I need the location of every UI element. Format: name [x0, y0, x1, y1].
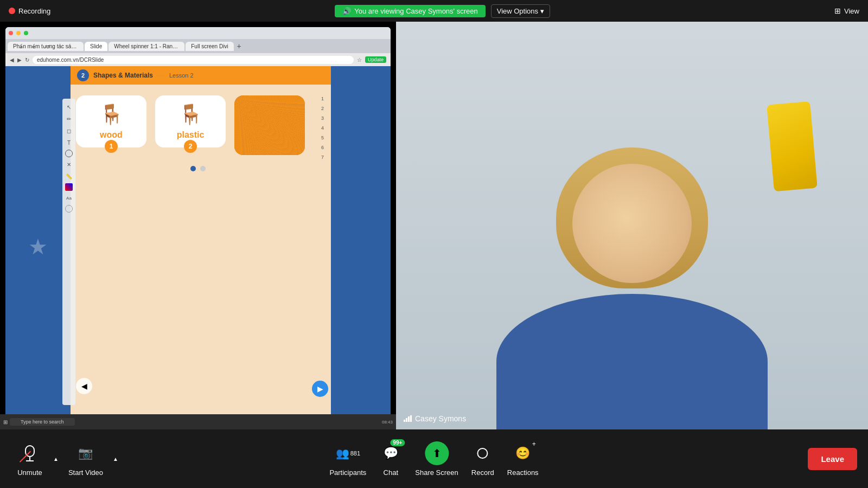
record-icon-container	[471, 441, 495, 465]
share-screen-item[interactable]: ⬆ Share Screen	[410, 441, 464, 477]
slide-num-7: 7	[321, 155, 331, 160]
pen-tool[interactable]: ✏	[64, 114, 74, 124]
reactions-icon: 😊	[515, 446, 530, 460]
mic-base	[26, 460, 34, 461]
right-controls: Leave	[808, 448, 857, 470]
slide-num-5: 5	[321, 135, 331, 140]
chat-icon-container: 💬 99+	[379, 441, 403, 465]
slide-toolbar: ↖ ✏ ◻ T ✕ 📏 Aa	[62, 99, 75, 405]
share-screen-icon: ⬆	[432, 447, 442, 460]
slide-prev-button[interactable]: ◀	[76, 378, 92, 394]
start-video-item[interactable]: 📷 Start Video	[63, 441, 108, 477]
participant-name: Casey Symons	[415, 414, 466, 423]
signal-bar-3	[408, 416, 410, 422]
leave-button[interactable]: Leave	[808, 448, 857, 470]
mic-body	[25, 445, 35, 457]
record-icon	[477, 448, 488, 459]
share-screen-bg: ⬆	[425, 441, 449, 465]
browser-maximize-dot[interactable]	[24, 31, 28, 35]
plastic-label: plastic	[163, 130, 218, 140]
slide-next-button[interactable]: ▶	[312, 381, 328, 397]
text-size-tool[interactable]: Aa	[64, 193, 74, 203]
screen-banner-text: You are viewing Casey Symons' screen	[354, 7, 477, 15]
bookmark-icon[interactable]: ☆	[357, 57, 362, 63]
chat-icon: 💬	[384, 446, 398, 460]
reload-button[interactable]: ↻	[25, 57, 29, 63]
slide-content: ★ ↖ ✏ ◻ T ✕ 📏 Aa 2	[5, 66, 391, 427]
recording-indicator: Recording	[9, 7, 50, 15]
wood-badge: 1	[105, 140, 118, 153]
browser-minimize-dot[interactable]	[16, 31, 21, 35]
face	[572, 164, 692, 283]
share-screen-icon-container: ⬆	[425, 441, 449, 465]
chevron-down-icon: ▾	[540, 7, 544, 15]
start-video-icon-container: 📷	[74, 441, 98, 465]
browser-close-dot[interactable]	[9, 31, 13, 35]
browser-tab-3[interactable]: Full screen Divi	[186, 42, 233, 51]
wood-card[interactable]: 🪑 wood 1	[76, 95, 146, 147]
top-bar: Recording 🔊 You are viewing Casey Symons…	[0, 0, 868, 22]
signal-bar-2	[406, 418, 407, 422]
recording-dot	[9, 8, 15, 14]
signal-bar-1	[404, 420, 405, 422]
chat-label: Chat	[384, 468, 398, 477]
forward-button[interactable]: ▶	[17, 57, 22, 63]
circle-tool[interactable]	[65, 150, 73, 157]
text-tool[interactable]: T	[64, 138, 74, 147]
participants-icon-container: 👥 881	[336, 441, 360, 465]
back-button[interactable]: ◀	[10, 57, 14, 63]
fabric-pattern	[234, 95, 305, 155]
slide-title: Shapes & Materials	[93, 72, 153, 79]
fabric-card[interactable]	[234, 95, 305, 155]
video-chevron[interactable]: ▲	[111, 455, 120, 463]
browser-tab-2[interactable]: Wheel spinner 1:1 - Random wi...	[108, 42, 184, 51]
bottom-toolbar: Unmute ▲ 📷 Start Video ▲ 👥 881 Participa…	[0, 429, 868, 488]
slide-decoration-right	[331, 66, 391, 427]
record-item[interactable]: Record	[464, 441, 502, 477]
slide-dot-1[interactable]	[190, 166, 196, 171]
browser-tab-0[interactable]: Phần mềm tương tác sách họ...	[8, 42, 84, 51]
view-options-button[interactable]: View Options ▾	[491, 4, 550, 18]
reactions-item[interactable]: 😊 + Reactions	[502, 441, 544, 477]
unmute-item[interactable]: Unmute	[11, 441, 49, 477]
slide-decoration-left: ★	[5, 66, 71, 427]
taskbar-start[interactable]: ⊞	[3, 419, 8, 425]
record-label: Record	[471, 468, 494, 477]
color-tool[interactable]	[65, 183, 73, 191]
wood-label: wood	[84, 130, 139, 140]
taskbar-clock: 08:43	[382, 420, 393, 425]
signal-bar-4	[410, 415, 412, 422]
update-button[interactable]: Update	[365, 56, 386, 63]
participants-count: 881	[350, 450, 360, 457]
participants-label: Participants	[329, 468, 366, 477]
browser-chrome	[5, 27, 391, 39]
ruler-tool[interactable]: 📏	[64, 171, 74, 181]
pointer-tool[interactable]: ↖	[64, 102, 74, 112]
participants-icon: 👥	[336, 447, 349, 460]
slide-num-3: 3	[321, 115, 331, 121]
browser-window: Phần mềm tương tác sách họ... Slide Whee…	[5, 27, 391, 427]
center-controls: 👥 881 Participants 💬 99+ Chat ⬆ Share Sc…	[324, 441, 544, 477]
start-video-label: Start Video	[68, 468, 103, 477]
speaker-icon: 🔊	[342, 7, 351, 15]
participants-item[interactable]: 👥 881 Participants	[324, 441, 372, 477]
shapes-tool[interactable]: ✕	[64, 159, 74, 169]
opacity-tool[interactable]	[65, 205, 73, 213]
shirt	[496, 294, 768, 429]
new-tab-button[interactable]: +	[237, 42, 241, 50]
yellow-object	[767, 101, 818, 191]
participant-name-label: Casey Symons	[404, 414, 466, 423]
camera-slash-icon: 📷	[78, 446, 93, 460]
plastic-card[interactable]: 🪑 plastic 2	[155, 95, 226, 147]
taskbar-search[interactable]: Type here to search	[10, 418, 75, 426]
chat-item[interactable]: 💬 99+ Chat	[372, 441, 410, 477]
slide-number-bar: 1 2 3 4 5 6 7	[321, 96, 331, 160]
unmute-chevron[interactable]: ▲	[51, 455, 61, 463]
eraser-tool[interactable]: ◻	[64, 126, 74, 136]
address-bar-input[interactable]: eduhome.com.vn/DCRSlide	[33, 56, 354, 64]
slide-dot-2[interactable]	[200, 166, 206, 171]
browser-tab-1[interactable]: Slide	[85, 42, 107, 51]
unmute-label: Unmute	[17, 468, 42, 477]
slide-header: 2 Shapes & Materials ····· Lesson 2	[71, 66, 331, 85]
slide-num-4: 4	[321, 125, 331, 131]
